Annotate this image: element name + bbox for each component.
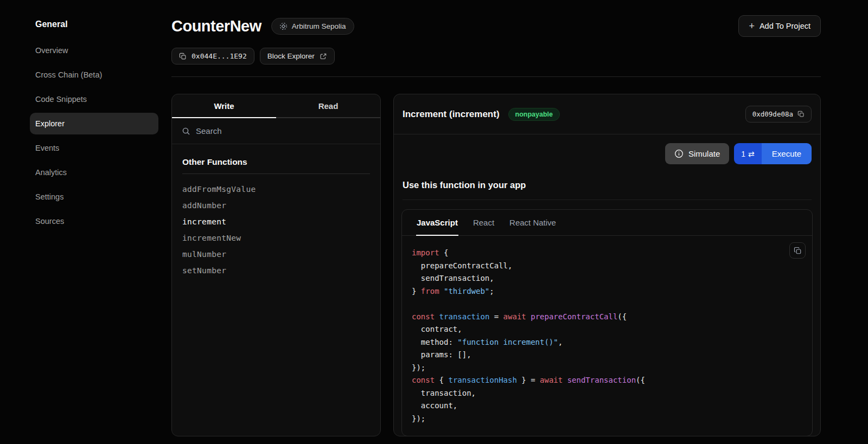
function-selector: 0xd09de08a [752,110,793,118]
code-line: prepareContractCall, [412,260,802,273]
execute-button[interactable]: Execute [762,143,812,164]
execute-count-button[interactable]: 1 ⇄ [734,143,762,164]
code-area: import { prepareContractCall, sendTransa… [402,236,812,436]
network-badge-label: Arbitrum Sepolia [292,22,346,30]
usage-heading: Use this function in your app [403,180,812,190]
tab-read[interactable]: Read [276,94,380,118]
page-title: CounterNew [171,17,261,35]
code-line: } from "thirdweb"; [412,285,802,298]
function-item-incrementnew[interactable]: incrementNew [182,230,370,246]
block-explorer-label: Block Explorer [267,52,315,60]
code-line: import { [412,247,802,260]
code-line: }); [412,362,802,375]
sidebar: General OverviewCross Chain (Beta)Code S… [0,0,163,444]
sidebar-item-cross-chain-beta[interactable]: Cross Chain (Beta) [30,64,158,86]
mutability-badge: nonpayable [508,108,560,121]
function-detail-panel: Increment (increment) nonpayable 0xd09de… [393,94,821,436]
block-explorer-button[interactable]: Block Explorer [260,48,335,65]
copy-code-button[interactable] [789,242,806,259]
write-read-tabs: WriteRead [172,94,380,118]
sidebar-item-code-snippets[interactable]: Code Snippets [30,88,158,110]
network-badge[interactable]: Arbitrum Sepolia [271,18,354,35]
add-to-project-label: Add To Project [760,22,810,30]
contract-address: 0x044E...1E92 [192,52,247,60]
code-line: }); [412,413,802,426]
sidebar-heading: General [30,20,158,29]
code-line: const transaction = await prepareContrac… [412,311,802,324]
main-content: CounterNew Arbitrum Sepolia + Add To Pro… [163,0,868,444]
code-tabs: JavaScriptReactReact Native [402,210,812,236]
network-chain-icon [279,22,288,30]
simulate-button[interactable]: Simulate [665,143,729,164]
code-line: const { transactionHash } = await sendTr… [412,374,802,387]
function-item-setnumber[interactable]: setNumber [182,262,370,279]
code-line: transaction, [412,387,802,400]
code-tab-javascript[interactable]: JavaScript [416,210,458,236]
execute-button-group: 1 ⇄ Execute [734,143,812,164]
info-icon [674,149,684,158]
code-line: params: [], [412,349,802,362]
search-icon [182,127,190,136]
usage-section: Use this function in your app [394,180,820,200]
function-item-addnumber[interactable]: addNumber [182,197,370,214]
external-link-icon [320,53,327,60]
sidebar-item-overview[interactable]: Overview [30,40,158,61]
code-line [412,298,802,311]
header-row: CounterNew Arbitrum Sepolia + Add To Pro… [171,15,821,37]
function-section-title: Other Functions [182,157,370,174]
simulate-label: Simulate [688,149,720,158]
sidebar-item-events[interactable]: Events [30,137,158,159]
actions-row: Simulate 1 ⇄ Execute [394,134,820,164]
copy-icon [794,247,802,255]
add-to-project-button[interactable]: + Add To Project [738,15,821,37]
address-row: 0x044E...1E92 Block Explorer [171,48,821,65]
copy-icon [179,53,187,60]
search-input[interactable] [196,126,371,136]
selector-button[interactable]: 0xd09de08a [745,106,812,123]
sidebar-item-explorer[interactable]: Explorer [30,113,158,134]
function-list: addFromMsgValueaddNumberincrementincreme… [182,174,370,279]
usage-divider [403,200,812,200]
functions-panel: WriteRead Other Functions addFromMsgValu… [171,94,381,436]
function-item-mulnumber[interactable]: mulNumber [182,246,370,262]
plus-icon: + [749,21,755,31]
function-item-increment[interactable]: increment [182,214,370,230]
function-title: Increment (increment) [403,109,500,120]
function-item-addfrommsgvalue[interactable]: addFromMsgValue [182,181,370,197]
code-line: method: "function increment()", [412,336,802,349]
function-detail-header: Increment (increment) nonpayable 0xd09de… [394,94,820,134]
contract-address-button[interactable]: 0x044E...1E92 [171,48,254,65]
sidebar-item-settings[interactable]: Settings [30,186,158,208]
sidebar-item-analytics[interactable]: Analytics [30,162,158,183]
swap-arrows-icon: ⇄ [748,150,755,158]
code-line: contract, [412,323,802,336]
tab-write[interactable]: Write [172,94,276,118]
execute-label: Execute [772,149,801,158]
copy-icon [797,111,805,118]
code-tab-react-native[interactable]: React Native [509,210,557,236]
code-line: sendTransaction, [412,272,802,285]
code-line: account, [412,400,802,413]
code-card: JavaScriptReactReact Native import { pre… [401,209,813,436]
header-divider [171,76,821,77]
code-block: import { prepareContractCall, sendTransa… [412,247,802,425]
code-tab-react[interactable]: React [473,210,495,236]
sidebar-item-sources[interactable]: Sources [30,210,158,232]
sidebar-nav: OverviewCross Chain (Beta)Code SnippetsE… [30,40,158,232]
search-row [172,118,380,144]
execute-count: 1 [741,150,745,158]
